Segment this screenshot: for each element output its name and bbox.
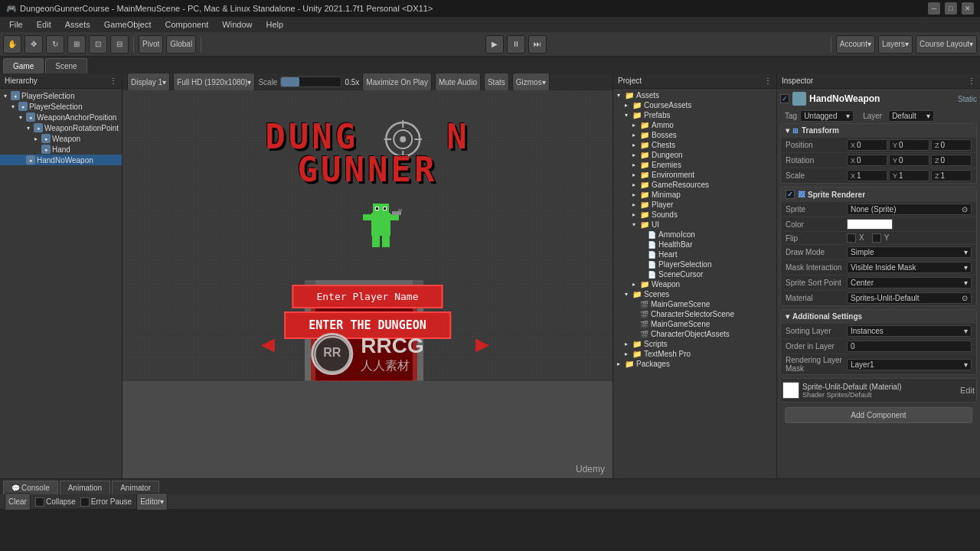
rot-x-field[interactable]: X 0 bbox=[847, 155, 887, 166]
p-scripts[interactable]: ▸ 📁 Scripts bbox=[613, 339, 776, 349]
scale-tool[interactable]: ⊞ bbox=[67, 35, 86, 54]
p-packages[interactable]: ▸ 📁 Packages bbox=[613, 359, 776, 369]
rot-y-field[interactable]: Y 0 bbox=[889, 155, 929, 166]
pos-z-field[interactable]: Z 0 bbox=[931, 139, 972, 151]
menu-edit[interactable]: Edit bbox=[31, 18, 57, 31]
rot-z-field[interactable]: Z 0 bbox=[931, 155, 972, 166]
p-enemies[interactable]: ▸ 📁 Enemies bbox=[613, 160, 776, 170]
errorpause-checkbox[interactable] bbox=[80, 497, 90, 507]
add-component-btn[interactable]: Add Component bbox=[785, 407, 972, 423]
drawmode-select[interactable]: Simple ▾ bbox=[847, 246, 972, 258]
maskinteraction-select[interactable]: Visible Inside Mask ▾ bbox=[847, 262, 972, 273]
p-scenes[interactable]: ▾ 📁 Scenes bbox=[613, 289, 776, 299]
p-weapon-folder[interactable]: ▸ 📁 Weapon bbox=[613, 279, 776, 289]
pos-y-field[interactable]: Y 0 bbox=[889, 139, 929, 151]
gizmos-btn[interactable]: Gizmos ▾ bbox=[512, 73, 550, 91]
p-charobjectassets[interactable]: 🎬 CharacterObjectAssets bbox=[613, 329, 776, 339]
renderlayer-select[interactable]: Layer1 ▾ bbox=[847, 359, 972, 370]
menu-help[interactable]: Help bbox=[260, 18, 289, 31]
material-edit-icon[interactable]: Edit bbox=[960, 386, 975, 395]
arrow-right[interactable]: ► bbox=[471, 331, 494, 357]
stats-btn[interactable]: Stats bbox=[484, 73, 509, 91]
move-tool[interactable]: ✥ bbox=[24, 35, 43, 54]
mute-btn[interactable]: Mute Audio bbox=[435, 73, 481, 91]
tag-select[interactable]: Untagged ▾ bbox=[800, 110, 854, 122]
sortlayer-select[interactable]: Instances ▾ bbox=[847, 325, 972, 337]
enter-dungeon-btn[interactable]: ENTER THE DUNGEON bbox=[284, 311, 451, 339]
scale-x-field[interactable]: X 1 bbox=[847, 170, 887, 181]
menu-window[interactable]: Window bbox=[216, 18, 258, 31]
orderlayer-field[interactable]: 0 bbox=[847, 341, 972, 352]
p-minimap[interactable]: ▸ 📁 Minimap bbox=[613, 190, 776, 200]
p-ui[interactable]: ▾ 📁 UI bbox=[613, 220, 776, 230]
p-ammo[interactable]: ▸ 📁 Ammo bbox=[613, 120, 776, 130]
arrow-left[interactable]: ◄ bbox=[256, 331, 279, 357]
pos-x-field[interactable]: X 0 bbox=[847, 139, 887, 151]
rect-tool[interactable]: ⊡ bbox=[89, 35, 107, 54]
collapse-checkbox[interactable] bbox=[35, 497, 44, 507]
close-btn[interactable]: ✕ bbox=[962, 2, 974, 15]
maximize-play-btn[interactable]: Maximize On Play bbox=[362, 73, 432, 91]
menu-gameobject[interactable]: GameObject bbox=[98, 18, 158, 31]
spritesort-select[interactable]: Center ▾ bbox=[847, 277, 972, 289]
h-item-playerselection-root[interactable]: ▾ ● PlayerSelection bbox=[0, 90, 122, 101]
flip-y-checkbox[interactable] bbox=[872, 233, 881, 243]
p-gameresources[interactable]: ▸ 📁 GameResources bbox=[613, 180, 776, 190]
p-maingamescene[interactable]: 🎬 MainGameScene bbox=[613, 299, 776, 309]
console-editor-btn[interactable]: Editor ▾ bbox=[136, 493, 168, 511]
layout-btn[interactable]: Course Layout ▾ bbox=[916, 35, 977, 54]
insp-transform-header[interactable]: ▾ ⊞ Transform bbox=[781, 124, 976, 137]
global-btn[interactable]: Global bbox=[166, 35, 196, 54]
minimize-btn[interactable]: ─ bbox=[928, 2, 940, 15]
color-swatch[interactable] bbox=[847, 219, 893, 230]
hand-tool[interactable]: ✋ bbox=[3, 35, 21, 54]
p-sounds[interactable]: ▸ 📁 Sounds bbox=[613, 210, 776, 220]
p-courseassets[interactable]: ▸ 📁 CourseAssets bbox=[613, 100, 776, 110]
display-select[interactable]: Display 1 ▾ bbox=[127, 73, 170, 91]
scale-z-field[interactable]: Z 1 bbox=[931, 170, 972, 181]
insp-additional-header[interactable]: ▾ Additional Settings bbox=[781, 310, 976, 323]
menu-file[interactable]: File bbox=[3, 18, 29, 31]
sprite-select[interactable]: None (Sprite) ⊙ bbox=[847, 204, 972, 215]
title-bar-right[interactable]: ─ □ ✕ bbox=[928, 2, 974, 15]
object-active-checkbox[interactable] bbox=[780, 94, 789, 103]
console-tab-animation[interactable]: Animation bbox=[60, 481, 110, 494]
p-maingamescene2[interactable]: 🎬 MainGameScene bbox=[613, 319, 776, 329]
console-clear-btn[interactable]: Clear bbox=[5, 493, 31, 511]
p-player[interactable]: ▸ 📁 Player bbox=[613, 200, 776, 210]
pivot-btn[interactable]: Pivot bbox=[139, 35, 163, 54]
account-btn[interactable]: Account ▾ bbox=[836, 35, 875, 54]
p-playerselection[interactable]: 📄 PlayerSelection bbox=[613, 259, 776, 269]
p-dungeon[interactable]: ▸ 📁 Dungeon bbox=[613, 150, 776, 160]
enter-name-btn[interactable]: Enter Player Name bbox=[292, 285, 443, 308]
h-item-weaponanchor[interactable]: ▾ ● WeaponAnchorPosition bbox=[0, 112, 122, 122]
h-item-playerselection[interactable]: ▾ ● PlayerSelection bbox=[0, 101, 122, 112]
tab-game[interactable]: Game bbox=[3, 58, 44, 73]
p-heart[interactable]: 📄 Heart bbox=[613, 249, 776, 259]
menu-component[interactable]: Component bbox=[158, 18, 214, 31]
tab-scene[interactable]: Scene bbox=[45, 58, 87, 73]
sprite-active-checkbox[interactable] bbox=[786, 190, 795, 199]
step-btn[interactable]: ⏭ bbox=[528, 35, 547, 54]
p-characterselector[interactable]: 🎬 CharacterSelectorScene bbox=[613, 309, 776, 319]
scale-y-field[interactable]: Y 1 bbox=[889, 170, 929, 181]
h-item-hand[interactable]: ● Hand bbox=[0, 144, 122, 155]
p-scenecursor[interactable]: 📄 SceneCursor bbox=[613, 269, 776, 279]
layers-btn[interactable]: Layers ▾ bbox=[878, 35, 913, 54]
project-options[interactable]: ⋮ bbox=[764, 77, 772, 85]
p-chests[interactable]: ▸ 📁 Chests bbox=[613, 140, 776, 150]
p-bosses[interactable]: ▸ 📁 Bosses bbox=[613, 130, 776, 140]
play-btn[interactable]: ▶ bbox=[485, 35, 504, 54]
p-assets-root[interactable]: ▾ 📁 Assets bbox=[613, 90, 776, 100]
p-textmeshpro[interactable]: ▸ 📁 TextMesh Pro bbox=[613, 349, 776, 359]
pause-btn[interactable]: ⏸ bbox=[507, 35, 525, 54]
menu-assets[interactable]: Assets bbox=[59, 18, 96, 31]
maximize-btn[interactable]: □ bbox=[945, 2, 957, 15]
inspector-options[interactable]: ⋮ bbox=[968, 77, 975, 85]
h-item-weapon[interactable]: ▸ ● Weapon bbox=[0, 133, 122, 144]
h-item-handnoweapon[interactable]: ● HandNoWeapon bbox=[0, 155, 122, 165]
insp-sprite-header[interactable]: 🖼 Sprite Renderer bbox=[781, 187, 976, 201]
p-environment[interactable]: ▸ 📁 Environment bbox=[613, 170, 776, 180]
material-select[interactable]: Sprites-Unlit-Default ⊙ bbox=[847, 292, 972, 304]
layer-select[interactable]: Default ▾ bbox=[888, 110, 934, 122]
